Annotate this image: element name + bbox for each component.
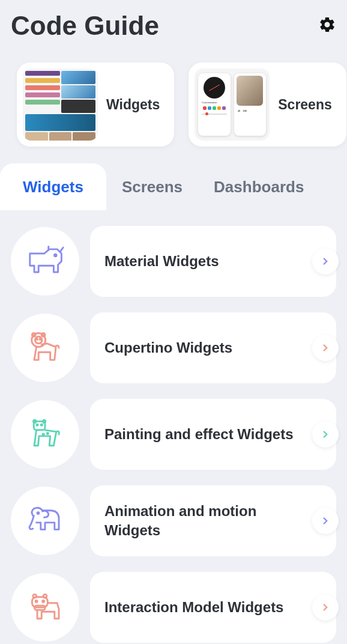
svg-point-10 bbox=[37, 424, 38, 425]
category-carousel[interactable]: Widgets Customization 40180 Screens bbox=[0, 46, 347, 163]
hippo-icon bbox=[11, 573, 79, 642]
widget-list: Material Widgets Cupertino Widgets bbox=[0, 210, 347, 643]
rhino-icon bbox=[11, 227, 79, 296]
chevron-button[interactable] bbox=[312, 508, 339, 534]
list-item-label: Animation and motion Widgets bbox=[104, 502, 300, 541]
svg-point-18 bbox=[35, 600, 37, 602]
chevron-right-icon bbox=[320, 515, 331, 526]
svg-point-0 bbox=[54, 254, 56, 257]
svg-point-12 bbox=[43, 434, 44, 435]
tab-screens[interactable]: Screens bbox=[106, 163, 198, 210]
list-item-card: Painting and effect Widgets bbox=[90, 399, 336, 470]
svg-point-13 bbox=[47, 433, 48, 434]
svg-point-16 bbox=[33, 594, 37, 598]
list-item-card: Material Widgets bbox=[90, 226, 336, 297]
list-item-card: Animation and motion Widgets bbox=[90, 485, 336, 556]
list-item-label: Interaction Model Widgets bbox=[104, 598, 283, 617]
svg-point-5 bbox=[36, 339, 37, 340]
chevron-button[interactable] bbox=[312, 421, 339, 448]
tab-dashboards[interactable]: Dashboards bbox=[198, 163, 319, 210]
list-item-label: Painting and effect Widgets bbox=[104, 425, 293, 444]
screens-thumbnail: Customization 40180 bbox=[195, 68, 270, 141]
list-item[interactable]: Material Widgets bbox=[11, 226, 336, 297]
svg-point-14 bbox=[37, 512, 39, 514]
svg-point-17 bbox=[43, 594, 47, 598]
svg-point-11 bbox=[41, 424, 42, 425]
list-item[interactable]: Painting and effect Widgets bbox=[11, 399, 336, 470]
chevron-button[interactable] bbox=[312, 594, 339, 621]
chevron-button[interactable] bbox=[312, 248, 339, 275]
settings-button[interactable] bbox=[318, 16, 336, 36]
widgets-thumbnail bbox=[23, 68, 98, 141]
chevron-button[interactable] bbox=[312, 335, 339, 361]
list-item[interactable]: Interaction Model Widgets bbox=[11, 572, 336, 643]
carousel-card-widgets[interactable]: Widgets bbox=[17, 62, 174, 147]
chevron-right-icon bbox=[320, 256, 331, 267]
tab-widgets[interactable]: Widgets bbox=[0, 163, 106, 210]
leopard-icon bbox=[11, 400, 79, 469]
carousel-card-label: Widgets bbox=[106, 97, 166, 113]
svg-point-19 bbox=[43, 600, 44, 602]
elephant-icon bbox=[11, 487, 79, 555]
svg-point-6 bbox=[40, 339, 41, 340]
list-item-card: Interaction Model Widgets bbox=[90, 572, 336, 643]
chevron-right-icon bbox=[320, 429, 331, 440]
tab-bar: Widgets Screens Dashboards bbox=[0, 163, 347, 210]
list-item[interactable]: Cupertino Widgets bbox=[11, 312, 336, 383]
carousel-card-screens[interactable]: Customization 40180 Screens bbox=[189, 62, 346, 147]
gear-icon bbox=[318, 16, 336, 34]
list-item[interactable]: Animation and motion Widgets bbox=[11, 485, 336, 556]
carousel-card-label: Screens bbox=[278, 97, 338, 113]
list-item-label: Cupertino Widgets bbox=[104, 338, 232, 357]
list-item-label: Material Widgets bbox=[104, 252, 219, 271]
chevron-right-icon bbox=[320, 342, 331, 353]
page-title: Code Guide bbox=[11, 11, 159, 41]
chevron-right-icon bbox=[320, 602, 331, 613]
list-item-card: Cupertino Widgets bbox=[90, 312, 336, 383]
lion-icon bbox=[11, 314, 79, 382]
